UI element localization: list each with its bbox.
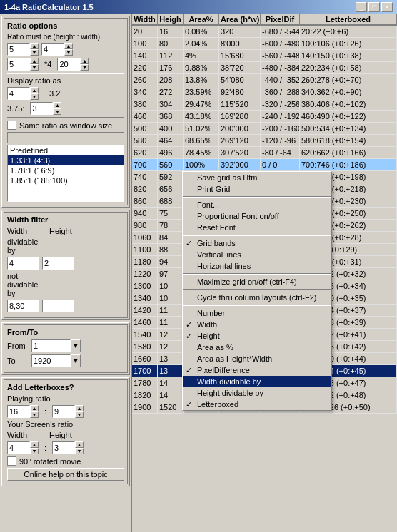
context-menu-item[interactable]: Vertical lines [183,249,331,260]
cell-pixdif: -480 / -384 [261,62,300,73]
ratio1-up[interactable]: ▲ [30,43,39,49]
cell-width: 1220 [132,268,158,280]
dividable2-input[interactable] [42,257,74,270]
context-menu-item[interactable]: Height dividable by [183,387,331,399]
from-dropdown-btn[interactable]: ▼ [71,339,81,352]
ratio1-down[interactable]: ▼ [30,49,39,56]
cell-width: 1700 [132,365,158,377]
context-menu-item[interactable]: Cycle thru column layouts (ctrl-F2) [183,292,331,303]
display1-input[interactable] [7,87,30,100]
context-menu-item[interactable]: Width dividable by [183,376,331,387]
context-menu-item[interactable]: Proportional Font on/off [183,210,331,222]
table-row[interactable]: 700 560 100% 392'000 0 / 0 700:746 (+0:+… [132,159,397,171]
context-menu-item[interactable]: ✓Width [183,319,331,330]
context-menu-item[interactable]: Save grid as Html [183,172,331,183]
table-row[interactable]: 500 400 51.02% 200'000 -200 / -160 500:5… [132,123,397,135]
cell-height: 656 [158,183,184,195]
cell-height: 176 [158,62,184,73]
play2-arrows: ▲ ▼ [75,405,84,418]
minimize-button[interactable]: _ [356,2,367,12]
context-menu-item[interactable]: Area as % [183,342,331,353]
not-dividable2-input[interactable] [42,300,74,312]
ratio3-up[interactable]: ▲ [30,58,39,64]
table-row[interactable]: 260 208 13.8% 54'080 -440 / -352 260:278… [132,74,397,86]
list-item-43[interactable]: 1.33:1 (4:3) [8,155,124,165]
table-row[interactable]: 220 176 9.88% 38'720 -480 / -384 220:234… [132,62,397,74]
display4-input[interactable] [30,102,53,115]
help-button[interactable]: Online help on this topic [7,468,124,481]
table-row[interactable]: 380 304 29.47% 115'520 -320 / -256 380:4… [132,98,397,111]
cell-height: 560 [158,159,184,170]
screen1-input[interactable] [7,441,30,454]
ratio2-down[interactable]: ▼ [64,49,73,56]
context-menu-item[interactable]: Print Grid [183,183,331,195]
context-menu-item[interactable]: Reset Font [183,222,331,233]
table-row[interactable]: 460 368 43.18% 169'280 -240 / -192 460:4… [132,111,397,123]
list-item-185[interactable]: 1.85:1 (185:100) [8,175,124,185]
play2-up[interactable]: ▲ [75,405,84,411]
cell-height: 80 [158,38,184,49]
dividable1-input[interactable] [7,257,39,270]
ratio2-up[interactable]: ▲ [64,43,73,49]
disp1-down[interactable]: ▼ [30,93,39,100]
table-row[interactable]: 20 16 0.08% 320 -680 / -544 20:22 (+0:+6… [132,26,397,38]
play1-down[interactable]: ▼ [30,411,39,418]
list-item-predefined[interactable]: Predefined [8,145,124,155]
table-row[interactable]: 620 496 78.45% 307'520 -80 / -64 620:662… [132,147,397,159]
context-menu-item[interactable]: ✓Letterboxed [183,399,331,410]
ratio4-input[interactable] [57,58,80,71]
play1-up[interactable]: ▲ [30,405,39,411]
ratio3-down[interactable]: ▼ [30,64,39,71]
screen2-input[interactable] [52,441,75,454]
from-row: From ▼ [7,339,124,352]
maximize-button[interactable]: □ [368,2,380,12]
ratio4-group: ▲ ▼ [57,58,89,71]
cell-width: 1900 [132,401,158,413]
table-row[interactable]: 100 80 2.04% 8'000 -600 / -480 100:106 (… [132,38,397,50]
context-menu-separator [183,235,331,236]
disp4-down[interactable]: ▼ [53,108,61,115]
ratio2-input[interactable] [41,43,64,56]
disp4-up[interactable]: ▲ [53,102,61,108]
list-item-169[interactable]: 1.78:1 (16:9) [8,165,124,175]
col-header-width: Width [132,14,158,25]
context-menu-item[interactable]: Horizontal lines [183,260,331,272]
disp1-up[interactable]: ▲ [30,87,39,93]
cell-lb: 340:362 (+0:+90) [300,86,397,98]
ratio1-input[interactable] [7,43,30,56]
cell-lb: 20:22 (+0:+6) [300,26,397,37]
table-row[interactable]: 580 464 68.65% 269'120 -120 / -96 580:61… [132,135,397,147]
screen2-down[interactable]: ▼ [75,448,84,454]
play1-input[interactable] [7,405,30,418]
screen1-down[interactable]: ▼ [30,448,39,454]
window-size-checkbox[interactable] [7,121,16,130]
screen2-up[interactable]: ▲ [75,441,84,448]
cell-area-pct: 100% [184,159,219,170]
context-menu-item[interactable]: ✓Grid bands [183,237,331,249]
from-input[interactable] [31,339,71,352]
context-menu-item[interactable]: Font... [183,199,331,210]
context-menu-item[interactable]: Area as Height*Width [183,353,331,364]
track-slider[interactable] [7,132,124,143]
play2-input[interactable] [52,405,75,418]
context-menu-item[interactable]: Number [183,307,331,319]
close-button[interactable]: × [381,2,393,12]
table-row[interactable]: 340 272 23.59% 92'480 -360 / -288 340:36… [132,86,397,98]
ratio3-input[interactable] [7,58,30,71]
table-row[interactable]: 140 112 4% 15'680 -560 / -448 140:150 (+… [132,50,397,62]
to-input[interactable] [31,354,71,367]
context-menu-item[interactable]: Maximize grid on/off (ctrl-F4) [183,276,331,287]
screen1-up[interactable]: ▲ [30,441,39,448]
context-menu-item[interactable]: ✓Height [183,330,331,342]
context-menu-item[interactable]: ✓PixelDifference [183,364,331,376]
cell-height: 97 [158,268,184,280]
ratio-listbox[interactable]: Predefined 1.33:1 (4:3) 1.78:1 (16:9) 1.… [7,145,124,202]
ratio4-down[interactable]: ▼ [80,64,89,71]
not-dividable1-input[interactable] [7,300,39,312]
rotated-movie-checkbox[interactable] [7,456,16,466]
to-dropdown-btn[interactable]: ▼ [71,354,81,367]
cell-width: 20 [132,26,158,37]
cell-area-pct: 2.04% [184,38,219,49]
ratio4-up[interactable]: ▲ [80,58,89,64]
play2-down[interactable]: ▼ [75,411,84,418]
